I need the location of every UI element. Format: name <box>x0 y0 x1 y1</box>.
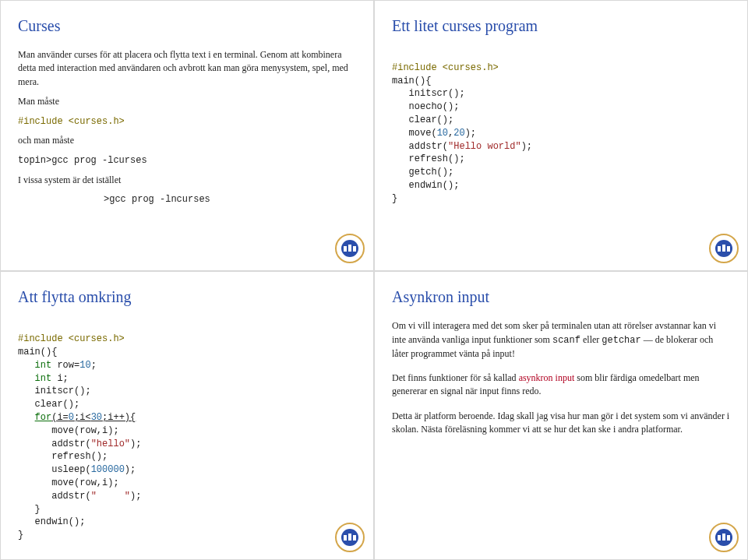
panel-async-input: Asynkron input Om vi vill interagera med… <box>374 271 748 560</box>
code-move: #include <curses.h> main(){ int row=10; … <box>18 319 356 542</box>
svg-rect-7 <box>718 246 721 252</box>
title-async: Asynkron input <box>392 286 730 308</box>
svg-rect-3 <box>348 245 351 252</box>
text-async-2: Det finns funktioner för så kallad asynk… <box>392 372 730 399</box>
code-compile: topin>gcc prog -lcurses <box>18 154 356 167</box>
svg-rect-9 <box>727 246 730 252</box>
logo-icon <box>334 233 365 264</box>
text-async-3: Detta är platform beroende. Idag skall j… <box>392 410 730 437</box>
text-and-must: och man måste <box>18 134 356 147</box>
svg-rect-8 <box>722 245 725 252</box>
logo-icon <box>334 522 365 553</box>
panel-move-around: Att flytta omkring #include <curses.h> m… <box>0 271 374 560</box>
panel-curses: Curses Man använder curses för att place… <box>0 0 374 271</box>
svg-rect-4 <box>353 246 356 252</box>
svg-rect-2 <box>344 246 347 252</box>
panel-little-program: Ett litet curses program #include <curse… <box>374 0 748 271</box>
svg-rect-13 <box>348 534 351 541</box>
code-program: #include <curses.h> main(){ initscr(); n… <box>392 48 730 206</box>
svg-rect-14 <box>353 535 356 541</box>
text-async-1: Om vi vill interagera med det som sker p… <box>392 319 730 361</box>
svg-rect-19 <box>727 535 730 541</box>
code-compile-alt: >gcc prog -lncurses <box>104 193 356 206</box>
text-some-systems: I vissa system är det istället <box>18 174 356 187</box>
svg-rect-12 <box>344 535 347 541</box>
title-move: Att flytta omkring <box>18 286 356 308</box>
logo-icon <box>708 233 739 264</box>
code-include: #include <curses.h> <box>18 115 356 129</box>
text-intro: Man använder curses för att placera och … <box>18 48 356 89</box>
title-curses: Curses <box>18 15 356 37</box>
text-must: Man måste <box>18 95 356 108</box>
svg-rect-17 <box>718 535 721 541</box>
svg-rect-18 <box>722 534 725 541</box>
title-program: Ett litet curses program <box>392 15 730 37</box>
logo-icon <box>708 522 739 553</box>
